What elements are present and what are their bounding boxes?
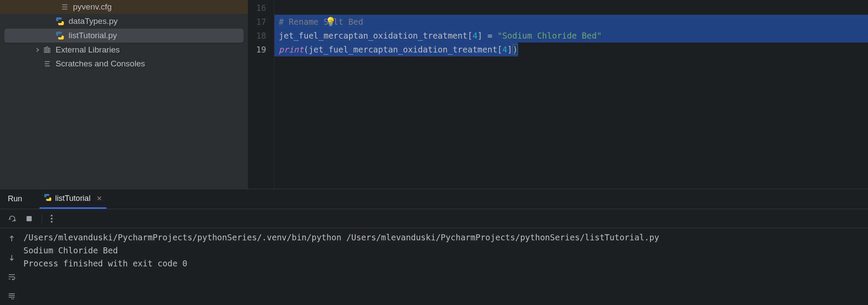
tree-item-listtutorial[interactable]: listTutorial.py — [4, 29, 244, 43]
tree-item-label: pyvenv.cfg — [73, 2, 112, 12]
console-line-output: Sodium Chloride Bed — [23, 244, 868, 257]
scratches-icon — [43, 60, 51, 68]
more-actions-button[interactable] — [51, 215, 53, 223]
bracket-token: [ — [468, 31, 472, 40]
bracket-token: [ — [497, 45, 502, 54]
vertical-dots-icon — [51, 215, 53, 223]
console-line-cmd: /Users/mlevanduski/PycharmProjects/pytho… — [23, 231, 868, 244]
bracket-token: ] — [478, 31, 482, 40]
variable-token: jet_fuel_mercaptan_oxidation_treatment — [309, 45, 498, 54]
tree-item-label: dataTypes.py — [69, 16, 118, 26]
code-line-18[interactable]: jet_fuel_mercaptan_oxidation_treatment[4… — [274, 29, 868, 43]
tree-item-datatypes[interactable]: dataTypes.py — [4, 14, 244, 28]
string-token: "Sodium Chloride Bed" — [497, 31, 601, 40]
comment-token: # Rename Salt Bed — [279, 17, 363, 26]
tree-item-pyvenv-cfg[interactable]: pyvenv.cfg — [0, 0, 248, 14]
paren-token: ) — [512, 44, 518, 55]
scroll-down-button[interactable] — [6, 252, 18, 264]
project-tree: pyvenv.cfg dataTypes.py listTutorial.py … — [0, 0, 248, 189]
line-number-gutter: 16 17 18 19 — [248, 0, 274, 189]
tree-item-scratches[interactable]: Scratches and Consoles — [0, 57, 248, 71]
number-token: 4 — [472, 31, 477, 40]
line-number: 17 — [248, 15, 266, 29]
scroll-to-end-button[interactable] — [6, 290, 18, 302]
tree-item-label: listTutorial.py — [69, 31, 117, 40]
run-tool-window: Run listTutorial ✕ — [0, 189, 868, 305]
console-output[interactable]: /Users/mlevanduski/PycharmProjects/pytho… — [23, 228, 868, 305]
tree-item-external-libraries[interactable]: External Libraries — [0, 43, 248, 57]
close-icon[interactable]: ✕ — [96, 194, 102, 203]
line-number: 19 — [248, 43, 266, 56]
python-file-icon — [56, 31, 64, 40]
run-header: Run listTutorial ✕ — [0, 189, 868, 209]
soft-wrap-button[interactable] — [6, 271, 18, 283]
svg-rect-3 — [26, 216, 32, 221]
paren-token: ( — [304, 45, 308, 54]
run-config-tab[interactable]: listTutorial ✕ — [40, 189, 106, 209]
code-line-19[interactable]: print(jet_fuel_mercaptan_oxidation_treat… — [274, 43, 518, 56]
line-number: 18 — [248, 29, 266, 43]
svg-rect-2 — [49, 48, 50, 52]
code-area[interactable]: 💡 # Rename Salt Bed jet_fuel_mercaptan_o… — [274, 0, 868, 189]
console-line-exit: Process finished with exit code 0 — [23, 257, 868, 270]
stop-button[interactable] — [25, 215, 33, 223]
toolbar-divider — [42, 214, 42, 223]
run-tab-label: listTutorial — [55, 194, 90, 203]
variable-token: jet_fuel_mercaptan_oxidation_treatment — [279, 31, 468, 40]
line-number: 16 — [248, 1, 266, 15]
code-line-16[interactable]: 💡 — [274, 1, 868, 15]
number-token: 4 — [502, 45, 507, 54]
main-split: pyvenv.cfg dataTypes.py listTutorial.py … — [0, 0, 868, 189]
svg-rect-0 — [44, 48, 46, 52]
run-toolbar — [0, 209, 868, 228]
code-line-17[interactable]: # Rename Salt Bed — [274, 15, 868, 29]
scroll-up-button[interactable] — [6, 233, 18, 245]
code-editor[interactable]: 16 17 18 19 💡 # Rename Salt Bed jet_fuel… — [248, 0, 868, 189]
bracket-token: ] — [507, 45, 512, 54]
run-panel-title: Run — [8, 194, 22, 203]
tree-item-label: External Libraries — [56, 45, 120, 55]
run-body: /Users/mlevanduski/PycharmProjects/pytho… — [0, 228, 868, 305]
svg-rect-1 — [46, 47, 48, 52]
run-side-toolbar — [0, 228, 23, 305]
function-token: print — [279, 45, 304, 54]
tree-item-label: Scratches and Consoles — [56, 59, 145, 69]
python-file-icon — [56, 17, 64, 26]
config-file-icon — [61, 3, 69, 11]
rerun-button[interactable] — [8, 214, 17, 223]
chevron-right-icon — [35, 45, 43, 55]
operator-token: = — [482, 31, 497, 40]
python-file-icon — [44, 193, 52, 203]
libraries-icon — [43, 46, 51, 54]
